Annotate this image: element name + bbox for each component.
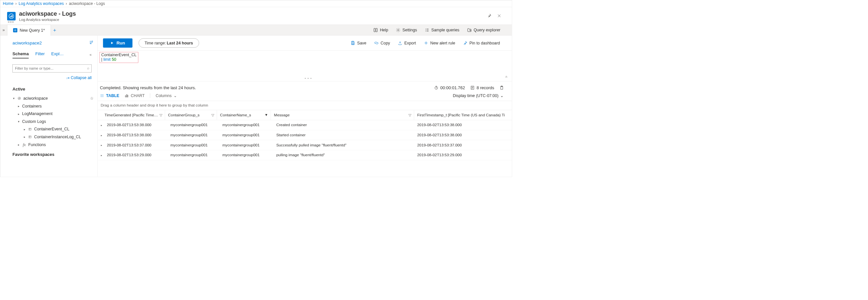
time-range-label: Time range: xyxy=(145,40,166,45)
settings-button[interactable]: Settings xyxy=(392,28,421,32)
col-label: FirstTimestamp_t [Pacific Time (US and C… xyxy=(417,113,505,117)
favorite-star-icon[interactable]: ☆ xyxy=(90,96,94,101)
chevron-down-icon: ▾ xyxy=(18,119,20,123)
scroll-to-top-icon[interactable] xyxy=(504,75,508,79)
cell-group: mycontainergroup001 xyxy=(167,150,219,160)
columns-dropdown[interactable]: Columns ⌄ xyxy=(156,93,177,98)
col-timegenerated[interactable]: TimeGenerated [Pacific Time…▽ xyxy=(101,110,165,120)
chevron-right-icon: ▸ xyxy=(18,112,20,115)
row-expand-icon[interactable]: ▸ xyxy=(98,121,104,129)
pin-icon[interactable] xyxy=(487,13,491,19)
col-label: ContainerName_s xyxy=(220,113,251,117)
cell-first: 2019-08-02T13:53:29.000 xyxy=(414,150,512,160)
svg-rect-25 xyxy=(126,94,127,97)
clipboard-icon[interactable] xyxy=(500,86,504,90)
collapse-all-button[interactable]: ↓≡ Collapse all xyxy=(7,75,98,83)
export-icon xyxy=(398,40,402,45)
save-label: Save xyxy=(357,40,366,45)
add-tab-button[interactable]: ＋ xyxy=(51,26,59,33)
plus-icon xyxy=(424,40,428,45)
group-by-dropzone[interactable]: Drag a column header and drop it here to… xyxy=(98,101,512,110)
stopwatch-icon xyxy=(434,86,438,90)
chevron-right-icon: ▸ xyxy=(18,104,20,108)
sidebar-tab-schema[interactable]: Schema xyxy=(12,51,29,58)
tree-label: ContainerEvent_CL xyxy=(34,127,69,131)
viewmode-chart[interactable]: CHART xyxy=(125,93,145,98)
scope-picker[interactable]: aciworkspace2 xyxy=(12,40,89,46)
new-alert-button[interactable]: New alert rule xyxy=(420,40,459,45)
col-containergroup[interactable]: ContainerGroup_s▽ xyxy=(165,110,217,120)
tree-root-workspace[interactable]: ▾ aciworkspace ☆ xyxy=(12,94,93,102)
schema-filter-input[interactable] xyxy=(12,64,91,73)
collapse-icon: ↓≡ xyxy=(66,77,69,80)
sidebar-tab-filter[interactable]: Filter xyxy=(35,52,45,58)
tree-section-active: Active xyxy=(12,87,93,92)
save-button[interactable]: Save xyxy=(347,40,370,45)
row-expand-icon[interactable]: ▸ xyxy=(98,131,104,139)
svg-point-8 xyxy=(398,29,399,31)
breadcrumb-workspaces[interactable]: Log Analytics workspaces xyxy=(19,1,64,6)
col-containername[interactable]: ContainerName_s▼ xyxy=(217,110,271,120)
list-icon xyxy=(425,28,429,32)
filter-icon[interactable]: ▽ xyxy=(408,113,411,117)
filter-icon[interactable]: ▽ xyxy=(160,113,162,117)
filter-icon[interactable]: ▽ xyxy=(212,113,214,117)
breadcrumb: Home › Log Analytics workspaces › aciwor… xyxy=(0,0,512,7)
col-firsttimestamp[interactable]: FirstTimestamp_t [Pacific Time (US and C… xyxy=(414,110,512,120)
export-label: Export xyxy=(404,40,416,45)
cell-name: mycontainergroup001 xyxy=(219,120,273,130)
sidebar-collapse-icon[interactable]: « xyxy=(90,53,92,57)
table-row[interactable]: ▸2019-08-02T13:53:29.000mycontainergroup… xyxy=(98,150,512,160)
display-time-dropdown[interactable]: Display time (UTC-07:00) ⌄ xyxy=(453,93,504,98)
query-editor[interactable]: ContainerEvent_CL | limit 50 • • • xyxy=(98,51,512,81)
run-button[interactable]: Run xyxy=(103,38,132,47)
chevron-down-icon: ⌄ xyxy=(174,93,177,98)
copy-button[interactable]: Copy xyxy=(370,40,394,45)
time-range-picker[interactable]: Time range: Last 24 hours xyxy=(139,38,199,47)
tree-functions[interactable]: ▸ fx Functions xyxy=(12,141,93,149)
viewmode-table[interactable]: TABLE xyxy=(100,93,119,98)
records-icon xyxy=(470,86,475,90)
grid-icon xyxy=(100,93,104,98)
query-tab-label: New Query 1* xyxy=(20,28,45,32)
editor-resize-handle[interactable]: • • • xyxy=(305,77,312,80)
duration-value: 00:00:01.762 xyxy=(440,85,465,90)
tree-containers[interactable]: ▸ Containers xyxy=(12,102,93,110)
status-records: 8 records xyxy=(470,85,494,90)
table-row[interactable]: ▸2019-08-02T13:53:38.000mycontainergroup… xyxy=(98,130,512,140)
expand-panel-icon[interactable]: » xyxy=(0,25,7,35)
query-tab-1[interactable]: New Query 1* xyxy=(7,25,51,36)
tree-containerevent-cl[interactable]: ▸ ContainerEvent_CL xyxy=(12,125,93,133)
tree-logmanagement[interactable]: ▸ LogManagement xyxy=(12,110,93,118)
cell-name: mycontainergroup001 xyxy=(219,130,273,140)
run-label: Run xyxy=(117,40,125,46)
close-icon[interactable] xyxy=(497,13,501,19)
table-row[interactable]: ▸2019-08-02T13:53:38.000mycontainergroup… xyxy=(98,120,512,130)
svg-rect-6 xyxy=(15,30,16,31)
folder-search-icon xyxy=(467,28,471,32)
scope-settings-icon[interactable] xyxy=(89,40,94,46)
row-expand-icon[interactable]: ▸ xyxy=(98,151,104,160)
tree-custom-logs[interactable]: ▾ Custom Logs xyxy=(12,118,93,126)
tree-containerinstancelog-cl[interactable]: ▸ ContainerInstanceLog_CL xyxy=(12,133,93,141)
export-button[interactable]: Export xyxy=(394,40,420,45)
divider xyxy=(150,93,150,98)
chevron-down-icon: ▾ xyxy=(12,97,15,100)
svg-rect-19 xyxy=(352,43,354,45)
help-button[interactable]: Help xyxy=(369,28,392,32)
table-row[interactable]: ▸2019-08-02T13:53:37.000mycontainergroup… xyxy=(98,140,512,150)
row-expand-icon[interactable]: ▸ xyxy=(98,141,104,149)
pin-dashboard-button[interactable]: Pin to dashboard xyxy=(459,40,504,45)
page-header: aciworkspace - Logs Log Analytics worksp… xyxy=(0,7,512,25)
breadcrumb-home[interactable]: Home xyxy=(3,1,13,6)
sample-queries-label: Sample queries xyxy=(431,28,460,32)
col-message[interactable]: Message▽ xyxy=(271,110,414,120)
query-explorer-label: Query explorer xyxy=(473,28,500,32)
sidebar-tab-explorer[interactable]: Expl… xyxy=(51,52,64,58)
cell-group: mycontainergroup001 xyxy=(167,120,219,130)
editor-token-keyword: limit xyxy=(103,57,111,62)
svg-rect-14 xyxy=(19,98,20,99)
query-explorer-button[interactable]: Query explorer xyxy=(463,28,504,32)
filter-active-icon[interactable]: ▼ xyxy=(265,113,268,117)
sample-queries-button[interactable]: Sample queries xyxy=(421,28,463,32)
